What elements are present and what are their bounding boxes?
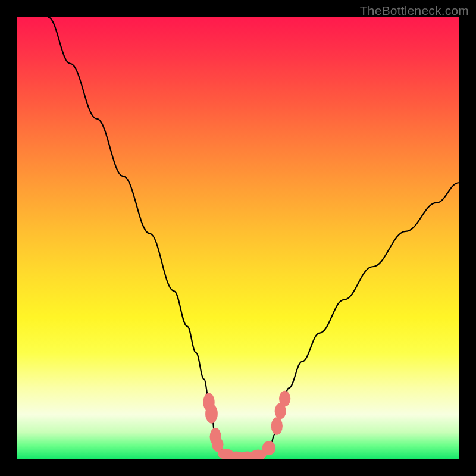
curve-layer (48, 17, 459, 458)
markers-layer (203, 391, 290, 459)
valley-marker (205, 404, 218, 424)
watermark-text: TheBottleneck.com (360, 4, 469, 18)
valley-marker (279, 391, 290, 407)
bottleneck-curve (48, 17, 459, 458)
valley-marker (262, 441, 275, 455)
chart-plot-area (17, 17, 459, 459)
valley-marker (271, 417, 283, 435)
chart-svg (17, 17, 459, 459)
chart-frame: TheBottleneck.com (0, 0, 476, 476)
